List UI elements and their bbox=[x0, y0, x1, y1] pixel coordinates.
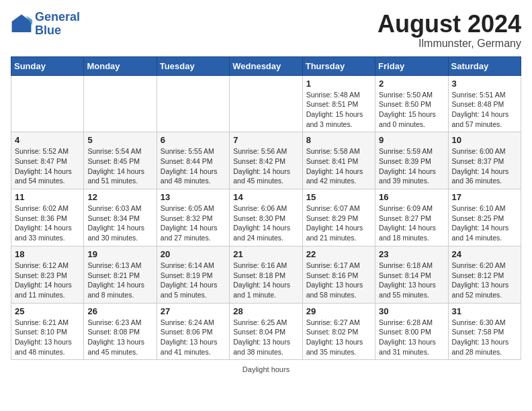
day-info: Sunrise: 6:10 AMSunset: 8:25 PMDaylight:… bbox=[452, 203, 517, 243]
day-number: 1 bbox=[306, 79, 371, 89]
day-info: Sunrise: 5:48 AMSunset: 8:51 PMDaylight:… bbox=[306, 90, 371, 130]
day-number: 26 bbox=[87, 306, 152, 316]
day-info: Sunrise: 6:18 AMSunset: 8:14 PMDaylight:… bbox=[379, 261, 444, 300]
day-number: 24 bbox=[452, 249, 517, 259]
svg-marker-0 bbox=[12, 14, 32, 32]
day-number: 29 bbox=[306, 306, 371, 316]
calendar-cell: 10Sunrise: 6:00 AMSunset: 8:37 PMDayligh… bbox=[448, 132, 521, 189]
day-number: 13 bbox=[161, 192, 226, 202]
calendar-cell: 18Sunrise: 6:12 AMSunset: 8:23 PMDayligh… bbox=[11, 246, 84, 303]
calendar-cell: 29Sunrise: 6:27 AMSunset: 8:02 PMDayligh… bbox=[302, 303, 375, 360]
day-number: 3 bbox=[452, 79, 517, 89]
day-info: Sunrise: 6:07 AMSunset: 8:29 PMDaylight:… bbox=[306, 203, 371, 243]
day-info: Sunrise: 5:55 AMSunset: 8:44 PMDaylight:… bbox=[161, 146, 226, 186]
calendar-cell: 7Sunrise: 5:56 AMSunset: 8:42 PMDaylight… bbox=[230, 132, 302, 189]
footer: Daylight hours bbox=[11, 365, 521, 373]
day-info: Sunrise: 6:23 AMSunset: 8:08 PMDaylight:… bbox=[87, 318, 152, 357]
day-info: Sunrise: 6:00 AMSunset: 8:37 PMDaylight:… bbox=[452, 146, 517, 186]
calendar-cell: 8Sunrise: 5:58 AMSunset: 8:41 PMDaylight… bbox=[302, 132, 375, 189]
calendar-cell: 22Sunrise: 6:17 AMSunset: 8:16 PMDayligh… bbox=[302, 246, 375, 303]
day-number: 20 bbox=[161, 249, 226, 259]
day-number: 15 bbox=[306, 192, 371, 202]
day-info: Sunrise: 6:30 AMSunset: 7:58 PMDaylight:… bbox=[452, 318, 517, 357]
day-info: Sunrise: 5:50 AMSunset: 8:50 PMDaylight:… bbox=[379, 90, 444, 130]
calendar-cell: 24Sunrise: 6:20 AMSunset: 8:12 PMDayligh… bbox=[448, 246, 521, 303]
day-info: Sunrise: 6:25 AMSunset: 8:04 PMDaylight:… bbox=[233, 318, 298, 357]
calendar-day-header: Thursday bbox=[302, 56, 375, 75]
calendar-cell: 6Sunrise: 5:55 AMSunset: 8:44 PMDaylight… bbox=[157, 132, 229, 189]
calendar-cell: 3Sunrise: 5:51 AMSunset: 8:48 PMDaylight… bbox=[448, 75, 521, 132]
day-info: Sunrise: 6:06 AMSunset: 8:30 PMDaylight:… bbox=[233, 203, 298, 243]
calendar-day-header: Tuesday bbox=[157, 56, 229, 75]
day-number: 14 bbox=[233, 192, 298, 202]
calendar-cell: 9Sunrise: 5:59 AMSunset: 8:39 PMDaylight… bbox=[375, 132, 448, 189]
day-number: 8 bbox=[306, 135, 371, 145]
calendar-day-header: Saturday bbox=[448, 56, 521, 75]
calendar-cell: 5Sunrise: 5:54 AMSunset: 8:45 PMDaylight… bbox=[84, 132, 157, 189]
day-info: Sunrise: 5:56 AMSunset: 8:42 PMDaylight:… bbox=[233, 146, 298, 186]
calendar-week-row: 18Sunrise: 6:12 AMSunset: 8:23 PMDayligh… bbox=[11, 246, 521, 303]
calendar-cell: 16Sunrise: 6:09 AMSunset: 8:27 PMDayligh… bbox=[375, 189, 448, 246]
day-number: 9 bbox=[379, 135, 444, 145]
day-info: Sunrise: 5:51 AMSunset: 8:48 PMDaylight:… bbox=[452, 90, 517, 130]
day-info: Sunrise: 5:54 AMSunset: 8:45 PMDaylight:… bbox=[87, 146, 152, 186]
calendar-cell: 25Sunrise: 6:21 AMSunset: 8:10 PMDayligh… bbox=[11, 303, 84, 360]
day-number: 18 bbox=[15, 249, 80, 259]
calendar-day-header: Wednesday bbox=[230, 56, 302, 75]
logo: General Blue bbox=[11, 11, 80, 38]
logo-icon bbox=[11, 13, 32, 35]
calendar-day-header: Friday bbox=[375, 56, 448, 75]
day-number: 31 bbox=[452, 306, 517, 316]
location: Ilmmunster, Germany bbox=[378, 38, 521, 50]
calendar-week-row: 1Sunrise: 5:48 AMSunset: 8:51 PMDaylight… bbox=[11, 75, 521, 132]
calendar-cell: 2Sunrise: 5:50 AMSunset: 8:50 PMDaylight… bbox=[375, 75, 448, 132]
day-number: 17 bbox=[452, 192, 517, 202]
day-number: 19 bbox=[87, 249, 152, 259]
calendar-week-row: 25Sunrise: 6:21 AMSunset: 8:10 PMDayligh… bbox=[11, 303, 521, 360]
day-number: 7 bbox=[233, 135, 298, 145]
calendar-cell bbox=[84, 75, 157, 132]
calendar-cell: 30Sunrise: 6:28 AMSunset: 8:00 PMDayligh… bbox=[375, 303, 448, 360]
calendar-cell: 19Sunrise: 6:13 AMSunset: 8:21 PMDayligh… bbox=[84, 246, 157, 303]
day-number: 25 bbox=[15, 306, 80, 316]
calendar-cell: 31Sunrise: 6:30 AMSunset: 7:58 PMDayligh… bbox=[448, 303, 521, 360]
day-info: Sunrise: 6:14 AMSunset: 8:19 PMDaylight:… bbox=[161, 261, 226, 300]
calendar-cell: 20Sunrise: 6:14 AMSunset: 8:19 PMDayligh… bbox=[157, 246, 229, 303]
day-info: Sunrise: 5:59 AMSunset: 8:39 PMDaylight:… bbox=[379, 146, 444, 186]
day-number: 30 bbox=[379, 306, 444, 316]
calendar-cell: 26Sunrise: 6:23 AMSunset: 8:08 PMDayligh… bbox=[84, 303, 157, 360]
calendar-header-row: SundayMondayTuesdayWednesdayThursdayFrid… bbox=[11, 56, 521, 75]
day-info: Sunrise: 6:27 AMSunset: 8:02 PMDaylight:… bbox=[306, 318, 371, 357]
day-number: 2 bbox=[379, 79, 444, 89]
day-number: 11 bbox=[15, 192, 80, 202]
calendar-cell: 21Sunrise: 6:16 AMSunset: 8:18 PMDayligh… bbox=[230, 246, 302, 303]
calendar-cell bbox=[11, 75, 84, 132]
calendar-day-header: Monday bbox=[84, 56, 157, 75]
day-number: 6 bbox=[161, 135, 226, 145]
day-number: 23 bbox=[379, 249, 444, 259]
day-info: Sunrise: 6:17 AMSunset: 8:16 PMDaylight:… bbox=[306, 261, 371, 300]
day-number: 5 bbox=[87, 135, 152, 145]
day-number: 28 bbox=[233, 306, 298, 316]
logo-line2: Blue bbox=[35, 24, 80, 38]
logo-line1: General bbox=[35, 11, 80, 24]
calendar-week-row: 11Sunrise: 6:02 AMSunset: 8:36 PMDayligh… bbox=[11, 189, 521, 246]
calendar-cell: 14Sunrise: 6:06 AMSunset: 8:30 PMDayligh… bbox=[230, 189, 302, 246]
day-info: Sunrise: 6:28 AMSunset: 8:00 PMDaylight:… bbox=[379, 318, 444, 357]
footer-label: Daylight hours bbox=[242, 365, 290, 373]
calendar-cell: 15Sunrise: 6:07 AMSunset: 8:29 PMDayligh… bbox=[302, 189, 375, 246]
calendar-cell bbox=[230, 75, 302, 132]
day-info: Sunrise: 6:24 AMSunset: 8:06 PMDaylight:… bbox=[161, 318, 226, 357]
calendar-cell: 23Sunrise: 6:18 AMSunset: 8:14 PMDayligh… bbox=[375, 246, 448, 303]
day-info: Sunrise: 5:58 AMSunset: 8:41 PMDaylight:… bbox=[306, 146, 371, 186]
calendar-cell: 4Sunrise: 5:52 AMSunset: 8:47 PMDaylight… bbox=[11, 132, 84, 189]
day-info: Sunrise: 6:12 AMSunset: 8:23 PMDaylight:… bbox=[15, 261, 80, 300]
calendar-cell: 13Sunrise: 6:05 AMSunset: 8:32 PMDayligh… bbox=[157, 189, 229, 246]
calendar-cell: 11Sunrise: 6:02 AMSunset: 8:36 PMDayligh… bbox=[11, 189, 84, 246]
day-info: Sunrise: 6:13 AMSunset: 8:21 PMDaylight:… bbox=[87, 261, 152, 300]
page-header: General Blue August 2024 Ilmmunster, Ger… bbox=[11, 11, 521, 50]
day-info: Sunrise: 6:02 AMSunset: 8:36 PMDaylight:… bbox=[15, 203, 80, 243]
calendar-table: SundayMondayTuesdayWednesdayThursdayFrid… bbox=[11, 56, 521, 361]
day-number: 21 bbox=[233, 249, 298, 259]
calendar-cell: 17Sunrise: 6:10 AMSunset: 8:25 PMDayligh… bbox=[448, 189, 521, 246]
